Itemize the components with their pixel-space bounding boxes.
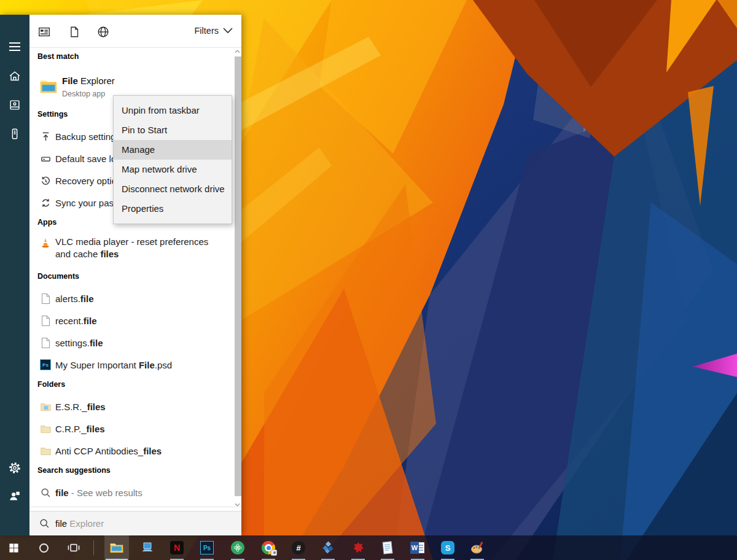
taskbar-paint-button[interactable] — [465, 535, 489, 560]
typed-query: file — [55, 518, 67, 529]
scrollbar-down-button[interactable] — [233, 501, 241, 508]
cube-app-icon — [321, 541, 335, 554]
file-icon — [39, 292, 52, 305]
psd-badge: Ps — [40, 359, 51, 370]
hamburger-menu-button[interactable] — [0, 37, 29, 56]
red-app-icon — [351, 541, 365, 554]
taskbar-notepad-button[interactable] — [375, 535, 400, 560]
folder-icon — [39, 422, 52, 435]
taskbar-file-explorer-button[interactable] — [104, 535, 129, 560]
label-pre: recent. — [55, 316, 84, 326]
taskbar-pc-button[interactable] — [135, 535, 160, 560]
backup-icon — [39, 130, 52, 142]
taskbar-netflix-button[interactable]: N — [165, 535, 189, 560]
context-menu: Unpin from taskbar Pin to Start Manage M… — [113, 95, 232, 224]
menu-item-manage[interactable]: Manage — [114, 140, 232, 160]
menu-item-unpin-from-taskbar[interactable]: Unpin from taskbar — [114, 101, 232, 120]
autocomplete-suggestion: Explorer — [67, 518, 104, 529]
taskbar-word-button[interactable]: W — [405, 535, 430, 560]
filters-label: Filters — [195, 26, 219, 36]
taskbar-hash-app-button[interactable]: # — [286, 535, 311, 560]
best-match-text: File Explorer Desktop app — [62, 74, 115, 106]
taskbar-cube-app-button[interactable] — [316, 535, 340, 560]
search-input[interactable]: file Explorer — [29, 511, 241, 535]
file-icon — [39, 336, 52, 349]
hash-app-icon: # — [292, 541, 305, 554]
search-icon — [38, 518, 50, 530]
filters-dropdown[interactable]: Filters — [195, 26, 233, 36]
title-match: File — [62, 76, 78, 86]
folder-item-label: C.R.P._files — [55, 424, 105, 434]
folder-item-crp[interactable]: C.R.P._files — [29, 418, 234, 440]
taskbar-green-app-button[interactable] — [225, 535, 250, 560]
filter-web-button[interactable] — [96, 25, 111, 39]
search-icon — [39, 486, 52, 499]
document-item-psd[interactable]: Ps My Super Important File.psd — [29, 354, 234, 376]
label-match: files — [87, 402, 106, 412]
label-match: files — [100, 249, 119, 259]
windows-logo-icon — [9, 543, 19, 553]
label-pre: VLC media player - reset preferences and… — [55, 236, 208, 259]
taskbar-divider — [93, 540, 94, 555]
taskbar-photoshop-button[interactable]: Ps — [195, 535, 219, 560]
document-item-recent[interactable]: recent.file — [29, 309, 234, 332]
folder-item-anti-ccp[interactable]: Anti CCP Antibodies_files — [29, 440, 234, 462]
label-pre: E.S.R._ — [55, 402, 87, 412]
recovery-icon — [39, 174, 52, 187]
taskbar-red-app-button[interactable] — [346, 535, 370, 560]
menu-item-properties[interactable]: Properties — [114, 199, 232, 219]
file-explorer-icon — [39, 77, 58, 96]
label-match: File — [139, 360, 155, 370]
suggestion-item-label: file - See web results — [55, 488, 142, 498]
taskbar-skype-button[interactable]: S — [435, 535, 460, 560]
suggestion-item-file[interactable]: file - See web results — [29, 481, 234, 504]
chrome-icon — [262, 541, 275, 554]
apps-item-vlc[interactable]: VLC media player - reset preferences and… — [29, 235, 226, 260]
menu-item-pin-to-start[interactable]: Pin to Start — [114, 120, 232, 140]
label-post: - See web results — [69, 488, 142, 498]
sidebar-notebook-button[interactable] — [0, 95, 29, 115]
word-icon: W — [410, 542, 425, 554]
filter-apps-button[interactable] — [37, 25, 52, 39]
document-item-label: alerts.file — [55, 294, 94, 304]
filter-documents-button[interactable] — [67, 25, 82, 39]
label-match: file — [80, 294, 94, 304]
section-title-best-match: Best match — [37, 52, 79, 61]
document-filter-icon — [68, 25, 81, 39]
menu-item-map-network-drive[interactable]: Map network drive — [114, 160, 232, 179]
green-app-icon — [231, 541, 244, 554]
title-rest: Explorer — [78, 76, 115, 86]
psd-icon: Ps — [39, 359, 52, 371]
menu-item-disconnect-network-drive[interactable]: Disconnect network drive — [114, 179, 232, 199]
notebook-icon — [8, 98, 21, 112]
paint-icon — [470, 541, 485, 554]
sidebar-settings-button[interactable] — [0, 458, 29, 478]
apps-filter-icon — [37, 25, 51, 39]
section-title-folders: Folders — [37, 380, 65, 389]
search-input-text: file Explorer — [55, 518, 104, 529]
home-icon — [8, 69, 21, 83]
document-item-label: settings.file — [55, 338, 103, 348]
file-explorer-icon — [109, 541, 124, 554]
vlc-icon — [39, 237, 52, 249]
netflix-icon: N — [170, 541, 184, 554]
sidebar-device-button[interactable] — [0, 124, 29, 144]
folder-item-esr[interactable]: E.S.R._files — [29, 395, 234, 418]
document-item-settings[interactable]: settings.file — [29, 332, 234, 354]
cortana-button[interactable] — [31, 535, 56, 560]
skype-icon: S — [441, 541, 454, 554]
settings-item-label: Backup settings — [55, 131, 120, 142]
folder-item-label: E.S.R._files — [55, 402, 106, 412]
file-icon — [39, 314, 52, 327]
scrollbar-thumb[interactable] — [235, 56, 241, 496]
chevron-down-icon — [235, 503, 240, 507]
document-item-alerts[interactable]: alerts.file — [29, 287, 234, 309]
start-button[interactable] — [1, 535, 26, 560]
sidebar-home-button[interactable] — [0, 66, 29, 86]
task-view-button[interactable] — [61, 535, 86, 560]
scrollbar-up-button[interactable] — [233, 48, 241, 55]
sidebar-feedback-button[interactable] — [0, 486, 29, 506]
search-sidebar — [0, 15, 29, 535]
taskbar-chrome-button[interactable] — [256, 535, 281, 560]
chevron-down-icon — [223, 28, 233, 34]
